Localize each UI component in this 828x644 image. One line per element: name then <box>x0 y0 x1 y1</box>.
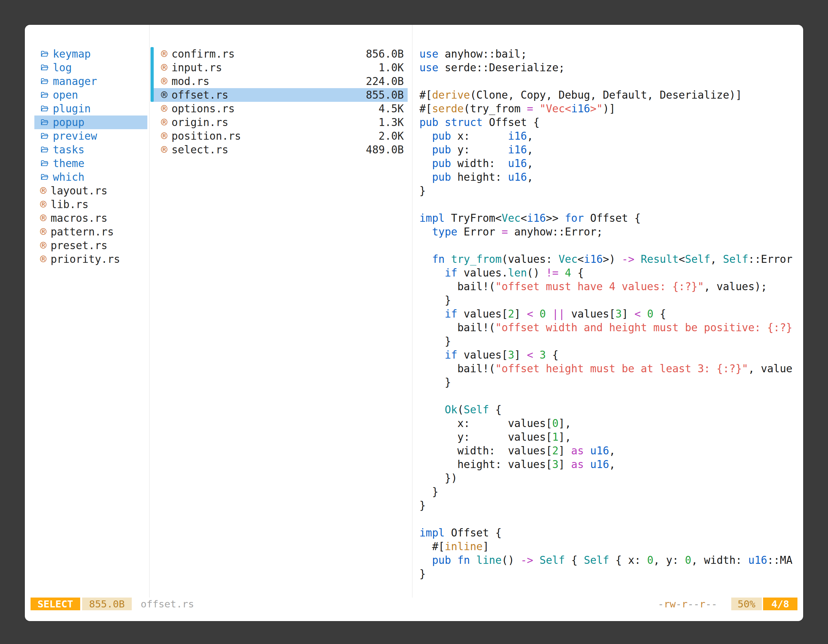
code-line: } <box>419 498 803 512</box>
file-name: origin.rs <box>171 116 229 128</box>
rust-file-icon: ® <box>40 254 47 265</box>
scroll-percent-badge: 50% <box>731 597 762 610</box>
item-label: priority.rs <box>50 253 120 265</box>
dir-item[interactable]: tasks <box>34 143 147 157</box>
rust-file-icon: ® <box>161 49 168 59</box>
file-item[interactable]: ®macros.rs <box>34 211 147 225</box>
code-line <box>419 512 803 526</box>
file-size: 1.0K <box>379 61 408 74</box>
folder-open-icon <box>40 63 49 72</box>
file-row[interactable]: ®input.rs1.0K <box>152 61 408 74</box>
code-line <box>419 389 803 403</box>
code-line: width: values[2] as u16, <box>419 444 803 458</box>
dir-item[interactable]: which <box>34 170 147 184</box>
file-row[interactable]: ®select.rs489.0B <box>152 143 408 157</box>
code-line: }) <box>419 471 803 485</box>
item-label: lib.rs <box>50 198 88 211</box>
file-size: 4.5K <box>379 102 408 115</box>
code-line: } <box>419 334 803 348</box>
item-label: preset.rs <box>50 239 108 252</box>
code-line: bail!("offset must have 4 values: {:?}",… <box>419 280 803 293</box>
item-label: keymap <box>53 48 91 60</box>
dir-item[interactable]: log <box>34 61 147 74</box>
code-line: pub fn line() -> Self { Self { x: 0, y: … <box>419 553 803 567</box>
file-size: 855.0B <box>366 89 408 101</box>
code-line: bail!("offset width and height must be p… <box>419 321 803 334</box>
status-left: SELECT 855.0B offset.rs <box>31 597 194 610</box>
rust-file-icon: ® <box>40 199 47 210</box>
code-line: pub height: u16, <box>419 170 803 184</box>
file-size: 489.0B <box>366 144 408 156</box>
code-line: if values[3] < 3 { <box>419 348 803 362</box>
folder-open-icon <box>40 104 49 113</box>
file-row[interactable]: ®mod.rs224.0B <box>152 74 408 88</box>
rust-file-icon: ® <box>161 117 168 128</box>
file-name: offset.rs <box>171 89 229 101</box>
code-line: if values.len() != 4 { <box>419 266 803 280</box>
file-row[interactable]: ®options.rs4.5K <box>152 102 408 116</box>
file-item[interactable]: ®priority.rs <box>34 252 147 266</box>
file-item[interactable]: ®lib.rs <box>34 197 147 211</box>
code-line <box>419 197 803 211</box>
folder-open-icon <box>40 146 49 154</box>
dir-item[interactable]: keymap <box>34 47 147 61</box>
file-name: input.rs <box>171 61 222 74</box>
folder-open-icon <box>40 118 49 127</box>
rust-file-icon: ® <box>161 144 168 155</box>
file-name: options.rs <box>171 102 235 115</box>
dir-item[interactable]: manager <box>34 74 147 88</box>
file-item[interactable]: ®preset.rs <box>34 239 147 252</box>
rust-file-icon: ® <box>40 213 47 223</box>
file-size: 1.3K <box>379 116 408 128</box>
status-filename: offset.rs <box>141 598 194 610</box>
code-line: bail!("offset height must be at least 3:… <box>419 362 803 376</box>
folder-open-icon <box>40 91 49 99</box>
dir-item[interactable]: theme <box>34 157 147 170</box>
item-label: popup <box>53 116 84 128</box>
file-size: 224.0B <box>366 75 408 88</box>
code-line: use anyhow::bail; <box>419 47 803 61</box>
code-line: } <box>419 293 803 307</box>
file-size-badge: 855.0B <box>82 597 132 610</box>
file-row[interactable]: ®position.rs2.0K <box>152 129 408 143</box>
dir-item[interactable]: preview <box>34 129 147 143</box>
code-line: pub struct Offset { <box>419 116 803 129</box>
rust-file-icon: ® <box>40 227 47 237</box>
rust-file-icon: ® <box>40 185 47 196</box>
item-label: layout.rs <box>50 185 108 197</box>
item-label: open <box>53 89 78 101</box>
folder-open-icon <box>40 77 49 86</box>
file-item[interactable]: ®pattern.rs <box>34 225 147 239</box>
file-name: select.rs <box>171 144 229 156</box>
code-line <box>419 74 803 88</box>
file-row[interactable]: ®origin.rs1.3K <box>152 116 408 129</box>
file-name: position.rs <box>171 130 241 142</box>
item-label: plugin <box>53 102 91 115</box>
folder-open-icon <box>40 159 49 168</box>
code-line: height: values[3] as u16, <box>419 458 803 471</box>
file-row[interactable]: ®confirm.rs856.0B <box>152 47 408 61</box>
file-item[interactable]: ®layout.rs <box>34 184 147 197</box>
dir-item[interactable]: open <box>34 88 147 102</box>
file-size: 2.0K <box>379 130 408 142</box>
code-line: pub y: i16, <box>419 143 803 157</box>
code-line: } <box>419 376 803 389</box>
code-line: impl Offset { <box>419 526 803 540</box>
rust-file-icon: ® <box>40 240 47 251</box>
current-pane: ®confirm.rs856.0B®input.rs1.0K®mod.rs224… <box>149 25 412 597</box>
dir-item[interactable]: popup <box>34 116 147 129</box>
rust-file-icon: ® <box>161 63 168 73</box>
item-label: manager <box>53 75 97 88</box>
dir-item[interactable]: plugin <box>34 102 147 116</box>
folder-open-icon <box>40 132 49 140</box>
code-line: x: values[0], <box>419 417 803 430</box>
file-row[interactable]: ®offset.rs855.0B <box>152 88 408 102</box>
position-badge: 4/8 <box>763 597 797 610</box>
item-label: log <box>53 61 72 74</box>
code-line: use serde::Deserialize; <box>419 61 803 74</box>
code-line: if values[2] < 0 || values[3] < 0 { <box>419 307 803 321</box>
folder-open-icon <box>40 50 49 58</box>
code-line: Ok(Self { <box>419 403 803 417</box>
rust-file-icon: ® <box>161 76 168 86</box>
permissions: -rw-r--r-- <box>658 598 717 610</box>
